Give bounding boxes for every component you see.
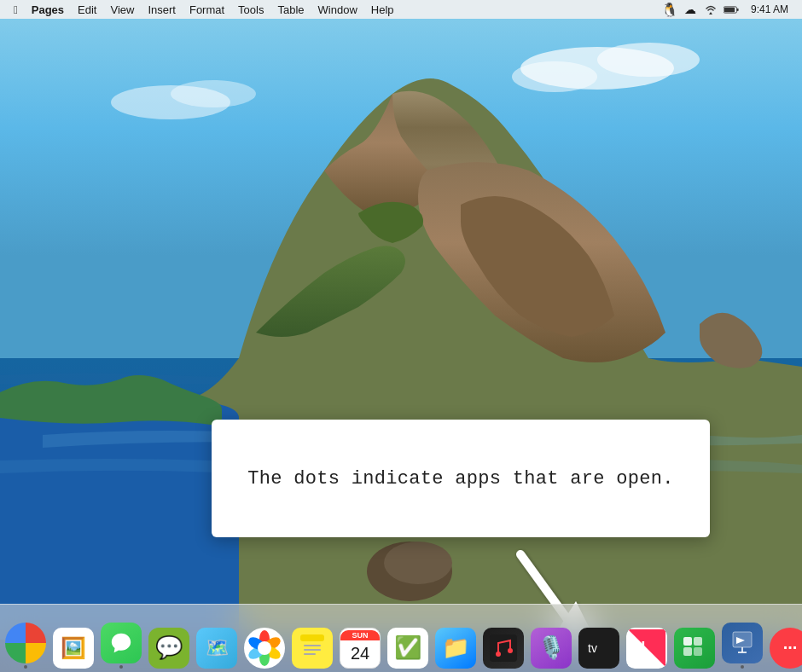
info-box: The dots indicate apps that are open. [212,420,710,537]
dock-item-news[interactable]: N [623,607,671,669]
desktop-scenery [0,0,802,640]
svg-rect-36 [694,647,702,656]
calendar-icon: SUN 24 [340,628,381,669]
photos-icon: 🖼️ [53,628,94,669]
extension-icon[interactable]: 🐧 [662,2,677,17]
notes-icon [292,628,333,669]
menu-window[interactable]: Window [311,0,364,19]
dock-item-podcasts[interactable]: 🎙️ [527,607,575,669]
menu-format[interactable]: Format [183,0,231,19]
dock-item-reminders[interactable]: ✅ [384,607,432,669]
chrome-dot [24,665,27,669]
svg-point-28 [496,652,501,657]
menubar:  Pages Edit View Insert Format Tools Ta… [0,0,802,19]
svg-rect-34 [694,637,702,646]
menu-help[interactable]: Help [364,0,401,19]
menu-edit[interactable]: Edit [71,0,103,19]
reminders-icon: ✅ [387,628,428,669]
wifi-icon[interactable] [703,2,718,17]
menu-app-name[interactable]: Pages [25,0,71,19]
menu-insert[interactable]: Insert [141,0,183,19]
dock-item-notes[interactable] [288,607,336,669]
files-icon: 📁 [435,628,476,669]
battery-icon[interactable] [724,2,739,17]
svg-rect-23 [300,634,324,641]
keynote-icon [722,623,763,663]
appletv-icon: tv [578,628,619,669]
dock-item-wechat[interactable]: 💬 [145,607,193,669]
menu-apple[interactable]:  [7,0,25,19]
music-icon [483,628,524,669]
dock-item-numbers[interactable] [671,607,718,669]
info-box-text: The dots indicate apps that are open. [247,468,674,490]
svg-rect-35 [683,647,692,656]
menu-table[interactable]: Table [270,0,311,19]
svg-text:tv: tv [588,641,597,655]
photos2-icon [244,628,285,669]
maps-icon: 🗺️ [196,628,237,669]
svg-rect-33 [683,637,692,646]
dock: 🖼️ 💬 🗺️ [0,604,802,672]
icloud-icon[interactable]: ☁ [683,2,698,17]
news-icon: N [626,628,667,669]
dock-item-maps[interactable]: 🗺️ [193,607,241,669]
messages-icon [101,623,142,663]
menu-tools[interactable]: Tools [231,0,270,19]
dots-icon: ··· [770,628,802,669]
numbers-icon [674,628,715,669]
dock-item-music[interactable] [479,607,527,669]
menu-view[interactable]: View [103,0,141,19]
dock-item-files[interactable]: 📁 [432,607,479,669]
svg-text:N: N [633,638,645,657]
keynote-dot [741,665,744,669]
chrome-icon [5,623,46,663]
svg-point-2 [597,43,700,77]
dock-item-chrome[interactable] [2,607,49,669]
menu-time: 9:41 AM [744,0,795,19]
svg-point-21 [258,641,271,655]
svg-rect-11 [737,8,739,10]
messages-dot [119,665,123,669]
svg-point-8 [384,542,452,584]
dock-item-messages[interactable] [97,607,145,669]
svg-point-5 [171,80,256,107]
svg-rect-25 [304,649,321,651]
dock-item-photos2[interactable] [241,607,288,669]
dock-item-calendar[interactable]: SUN 24 [336,607,384,669]
svg-rect-24 [304,645,321,646]
dock-item-dots[interactable]: ··· [766,607,802,669]
dock-item-appletv[interactable]: tv [575,607,623,669]
podcasts-icon: 🎙️ [531,628,572,669]
svg-rect-10 [724,7,735,12]
wechat-icon: 💬 [148,628,189,669]
dock-item-keynote[interactable] [718,607,766,669]
dock-item-photos[interactable]: 🖼️ [49,607,97,669]
svg-rect-27 [490,634,517,662]
svg-point-3 [512,61,597,92]
svg-point-29 [508,648,513,653]
svg-rect-26 [304,653,316,655]
